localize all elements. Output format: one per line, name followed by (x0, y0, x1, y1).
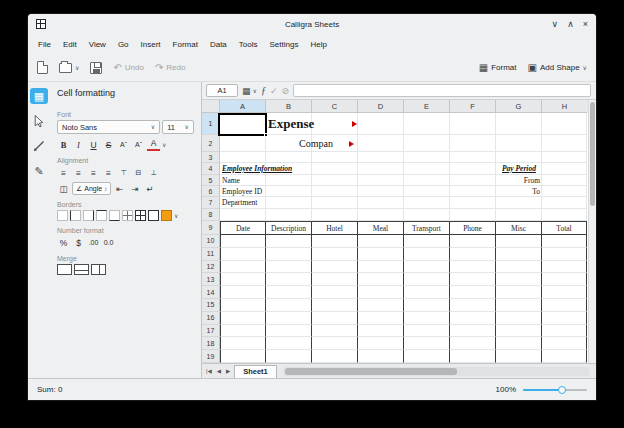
row-header[interactable]: 13 (202, 273, 220, 286)
cell[interactable] (266, 197, 312, 209)
percent-format-button[interactable]: % (57, 236, 70, 249)
minimize-icon[interactable]: ∨ (552, 19, 559, 29)
menu-go[interactable]: Go (112, 38, 135, 51)
cell[interactable] (496, 113, 542, 135)
menu-settings[interactable]: Settings (264, 38, 305, 51)
add-shape-button[interactable]: ▣ Add Shape ∨ (525, 61, 590, 75)
cell[interactable] (312, 299, 358, 312)
bold-button[interactable]: B (57, 138, 70, 151)
cell[interactable] (220, 325, 266, 338)
cell[interactable] (220, 248, 266, 261)
cell[interactable] (312, 209, 358, 221)
cell[interactable] (220, 235, 266, 248)
row-header[interactable]: 3 (202, 152, 220, 163)
row-header[interactable]: 6 (202, 186, 220, 197)
merge-cells-button[interactable] (57, 264, 72, 275)
cell-tool-button[interactable]: ▦ (30, 88, 48, 104)
valign-middle-button[interactable]: ⊟ (132, 166, 145, 179)
menu-view[interactable]: View (83, 38, 112, 51)
cell[interactable] (312, 135, 358, 152)
cell[interactable] (358, 152, 404, 163)
italic-button[interactable]: I (72, 138, 85, 151)
cell[interactable] (358, 350, 404, 363)
undo-button[interactable]: ↶ Undo (110, 61, 147, 75)
column-header-b[interactable]: B (266, 100, 312, 113)
cell[interactable] (358, 312, 404, 325)
row-header[interactable]: 12 (202, 261, 220, 274)
cell[interactable] (266, 175, 312, 186)
row-header[interactable]: 5 (202, 175, 220, 186)
currency-format-button[interactable]: $ (72, 236, 85, 249)
first-sheet-icon[interactable]: |◀ (205, 368, 213, 374)
cell[interactable] (542, 337, 587, 350)
row-header[interactable]: 14 (202, 286, 220, 299)
cell[interactable] (496, 325, 542, 338)
cell[interactable] (266, 248, 312, 261)
cell[interactable] (404, 175, 450, 186)
cell[interactable] (404, 163, 450, 175)
menu-help[interactable]: Help (304, 38, 332, 51)
cell[interactable] (542, 163, 587, 175)
cell[interactable] (404, 273, 450, 286)
cell[interactable] (312, 152, 358, 163)
menu-format[interactable]: Format (167, 38, 204, 51)
cell[interactable] (266, 235, 312, 248)
strikethrough-button[interactable]: S (102, 138, 115, 151)
border-color-button[interactable] (161, 210, 172, 221)
cell[interactable] (358, 273, 404, 286)
cell[interactable] (358, 175, 404, 186)
sheet-tab-sheet1[interactable]: Sheet1 (234, 365, 277, 378)
align-center-button[interactable]: ≡ (72, 166, 85, 179)
cell[interactable] (358, 325, 404, 338)
cell[interactable] (358, 197, 404, 209)
cell[interactable] (542, 273, 587, 286)
cell[interactable] (542, 235, 587, 248)
border-none-button[interactable] (57, 210, 68, 221)
cell[interactable] (542, 197, 587, 209)
column-header-c[interactable]: C (312, 100, 358, 113)
cell[interactable] (220, 175, 266, 186)
column-header-a[interactable]: A (220, 100, 266, 113)
menu-file[interactable]: File (32, 38, 57, 51)
cell[interactable] (404, 248, 450, 261)
cell[interactable]: Date (220, 221, 266, 235)
row-header[interactable]: 4 (202, 163, 220, 175)
menu-edit[interactable]: Edit (57, 38, 83, 51)
next-sheet-icon[interactable]: ▶ (225, 368, 231, 374)
cell[interactable] (266, 337, 312, 350)
cell[interactable] (220, 337, 266, 350)
cell[interactable] (496, 248, 542, 261)
cell[interactable] (450, 273, 496, 286)
cell[interactable] (312, 186, 358, 197)
cell[interactable] (312, 312, 358, 325)
cell[interactable] (220, 197, 266, 209)
line-tool-button[interactable] (30, 138, 48, 154)
maximize-icon[interactable]: ∧ (567, 19, 574, 29)
formula-function-button[interactable]: ƒ (261, 86, 266, 96)
row-header[interactable]: 17 (202, 325, 220, 338)
font-size-select[interactable]: 11 ∨ (162, 120, 194, 134)
cell[interactable] (220, 186, 266, 197)
cell[interactable] (496, 209, 542, 221)
cell[interactable] (266, 186, 312, 197)
cell[interactable] (404, 299, 450, 312)
cell[interactable] (542, 175, 587, 186)
cell[interactable] (450, 261, 496, 274)
previous-sheet-icon[interactable]: ◀ (216, 368, 222, 374)
vertical-text-button[interactable]: ◫ (57, 182, 70, 195)
cell-reference-box[interactable]: A1 (206, 84, 238, 97)
cell[interactable] (220, 152, 266, 163)
cell[interactable]: Hotel (312, 221, 358, 235)
cell[interactable] (312, 163, 358, 175)
cell[interactable] (542, 350, 587, 363)
column-header-f[interactable]: F (450, 100, 496, 113)
row-header[interactable]: 10 (202, 235, 220, 248)
zoom-slider-handle[interactable] (558, 386, 566, 394)
cell[interactable] (496, 186, 542, 197)
cell[interactable] (266, 261, 312, 274)
dissociate-cells-button[interactable] (91, 264, 106, 275)
cell[interactable] (542, 113, 587, 135)
cell[interactable] (266, 325, 312, 338)
row-header[interactable]: 15 (202, 299, 220, 312)
font-family-select[interactable]: Noto Sans ∨ (57, 120, 160, 134)
